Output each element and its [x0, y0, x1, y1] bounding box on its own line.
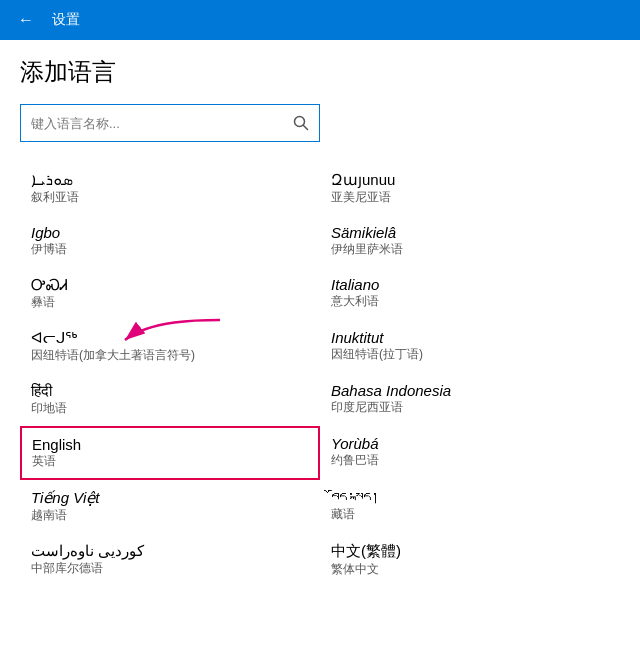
- languages-grid: ܣܘܪܝܐ叙利亚语Զայunuu亚美尼亚语Igbo伊博语Sämikielâ伊纳里…: [20, 162, 620, 587]
- language-sub: 越南语: [31, 507, 309, 524]
- language-sub: 繁体中文: [331, 561, 609, 578]
- language-sub: 中部库尔德语: [31, 560, 309, 577]
- language-item[interactable]: Inuktitut因纽特语(拉丁语): [320, 320, 620, 373]
- language-item[interactable]: Igbo伊博语: [20, 215, 320, 267]
- language-item[interactable]: Sämikielâ伊纳里萨米语: [320, 215, 620, 267]
- language-name: Inuktitut: [331, 329, 609, 346]
- language-name: Italiano: [331, 276, 609, 293]
- search-input[interactable]: [21, 105, 319, 141]
- page-content: 添加语言 ܣܘܪܝܐ叙利亚语Զայunuu亚美尼亚语Igbo伊博语Sämikie…: [0, 40, 640, 603]
- language-name: Igbo: [31, 224, 309, 241]
- language-item[interactable]: हिंदी印地语: [20, 373, 320, 426]
- language-name: Yorùbá: [331, 435, 609, 452]
- search-icon[interactable]: [283, 105, 319, 141]
- language-sub: 约鲁巴语: [331, 452, 609, 469]
- language-name: हिंदी: [31, 382, 309, 400]
- language-name: Tiếng Việt: [31, 489, 309, 507]
- language-sub: 伊博语: [31, 241, 309, 258]
- language-sub: 叙利亚语: [31, 189, 309, 206]
- language-item[interactable]: Bahasa Indonesia印度尼西亚语: [320, 373, 620, 426]
- language-name: བོད་སྐད།: [331, 489, 609, 506]
- language-name: Sämikielâ: [331, 224, 609, 241]
- language-item[interactable]: ᎤᏍᏗ彝语: [20, 267, 320, 320]
- language-name: English: [32, 436, 308, 453]
- svg-line-1: [304, 126, 308, 130]
- language-sub: 亚美尼亚语: [331, 189, 609, 206]
- search-container: [20, 104, 320, 142]
- language-sub: 因纽特语(加拿大土著语言符号): [31, 347, 309, 364]
- language-item[interactable]: Italiano意大利语: [320, 267, 620, 320]
- language-sub: 因纽特语(拉丁语): [331, 346, 609, 363]
- language-name: ᎤᏍᏗ: [31, 276, 309, 294]
- language-name: ܣܘܪܝܐ: [31, 171, 309, 189]
- page-title: 添加语言: [20, 56, 620, 88]
- language-item[interactable]: Yorùbá约鲁巴语: [320, 426, 620, 480]
- language-item[interactable]: Զայunuu亚美尼亚语: [320, 162, 620, 215]
- title-bar-text: 设置: [52, 11, 80, 29]
- language-sub: 彝语: [31, 294, 309, 311]
- language-item[interactable]: English英语: [20, 426, 320, 480]
- language-name: کوردیی ناوەراست: [31, 542, 309, 560]
- language-item[interactable]: کوردیی ناوەراست中部库尔德语: [20, 533, 320, 587]
- language-item[interactable]: 中文(繁體)繁体中文: [320, 533, 620, 587]
- back-button[interactable]: ←: [12, 6, 40, 34]
- language-name: Bahasa Indonesia: [331, 382, 609, 399]
- language-sub: 英语: [32, 453, 308, 470]
- language-name: ᐊᓕᒍᖅ: [31, 329, 309, 347]
- language-sub: 意大利语: [331, 293, 609, 310]
- language-sub: 印地语: [31, 400, 309, 417]
- language-item[interactable]: ᐊᓕᒍᖅ因纽特语(加拿大土著语言符号): [20, 320, 320, 373]
- language-item[interactable]: བོད་སྐད།藏语: [320, 480, 620, 533]
- language-sub: 藏语: [331, 506, 609, 523]
- language-item[interactable]: ܣܘܪܝܐ叙利亚语: [20, 162, 320, 215]
- title-bar: ← 设置: [0, 0, 640, 40]
- language-sub: 印度尼西亚语: [331, 399, 609, 416]
- language-sub: 伊纳里萨米语: [331, 241, 609, 258]
- language-name: 中文(繁體): [331, 542, 609, 561]
- language-name: Զայunuu: [331, 171, 609, 189]
- language-item[interactable]: Tiếng Việt越南语: [20, 480, 320, 533]
